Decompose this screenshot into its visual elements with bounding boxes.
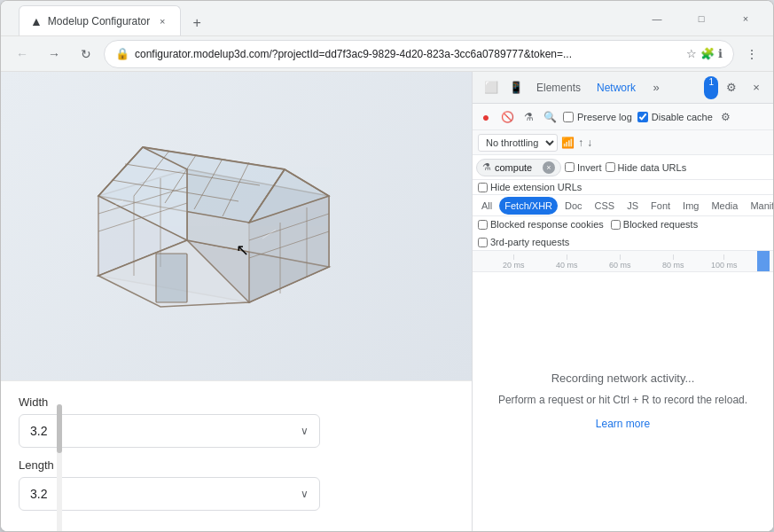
maximize-button[interactable]: □ bbox=[681, 4, 722, 33]
browser-window: ▲ Modelup Configurator × + — □ × ← → ↻ 🔒… bbox=[0, 0, 774, 532]
filter-input[interactable] bbox=[495, 162, 539, 173]
webpage-panel: ↖ Width 3.2 ∨ Length 3.2 ∨ bbox=[1, 72, 472, 531]
address-bar[interactable]: 🔒 configurator.modelup3d.com/?projectId=… bbox=[104, 40, 734, 68]
third-party-requests-checkbox[interactable] bbox=[478, 238, 488, 247]
nav-bar: ← → ↻ 🔒 configurator.modelup3d.com/?proj… bbox=[1, 36, 773, 72]
length-label: Length bbox=[19, 458, 454, 472]
title-bar: ▲ Modelup Configurator × + — □ × bbox=[1, 1, 773, 36]
invert-checkbox-group[interactable]: Invert bbox=[565, 162, 602, 173]
timeline-mark-80: 80 ms bbox=[662, 254, 684, 270]
window-controls: — □ × bbox=[637, 4, 766, 33]
type-img-button[interactable]: Img bbox=[677, 197, 704, 215]
forward-button[interactable]: → bbox=[40, 40, 68, 68]
type-js-button[interactable]: JS bbox=[622, 197, 644, 215]
blocked-response-cookies-checkbox[interactable] bbox=[478, 220, 488, 230]
length-value: 3.2 bbox=[30, 487, 47, 501]
hide-data-urls-label: Hide data URLs bbox=[618, 162, 687, 173]
devtools-close-icon[interactable]: × bbox=[745, 76, 768, 99]
devtools-right-icons: 1 ⚙ × bbox=[704, 76, 768, 99]
disable-cache-label[interactable]: Disable cache bbox=[652, 112, 713, 122]
disable-cache-checkbox[interactable] bbox=[637, 112, 648, 122]
blocked-requests-group[interactable]: Blocked requests bbox=[611, 219, 698, 230]
timeline-mark-100: 100 ms bbox=[711, 254, 738, 270]
extension-icon[interactable]: 🧩 bbox=[700, 47, 715, 60]
devtools-device-icon[interactable]: 📱 bbox=[504, 76, 528, 99]
timeline-ruler: 20 ms 40 ms 60 ms 80 ms 100 ms bbox=[473, 251, 773, 272]
close-button[interactable]: × bbox=[725, 4, 766, 33]
network-clear-button[interactable]: 🚫 bbox=[499, 109, 515, 125]
recording-body-text: Perform a request or hit Ctrl + R to rec… bbox=[498, 394, 747, 406]
network-toolbar: ● 🚫 ⚗ 🔍 Preserve log Disable cache ⚙ bbox=[473, 104, 773, 130]
tab-elements[interactable]: Elements bbox=[529, 76, 588, 99]
network-record-button[interactable]: ● bbox=[478, 109, 494, 125]
reload-button[interactable]: ↻ bbox=[72, 40, 100, 68]
width-value: 3.2 bbox=[30, 424, 47, 438]
main-area: ↖ Width 3.2 ∨ Length 3.2 ∨ bbox=[1, 72, 773, 531]
minimize-button[interactable]: — bbox=[637, 4, 677, 33]
url-text: configurator.modelup3d.com/?projectId=dd… bbox=[135, 48, 681, 60]
filter-input-group[interactable]: ⚗ × bbox=[476, 159, 561, 176]
devtools-panel: ⬜ 📱 Elements Network » 1 ⚙ × ● 🚫 ⚗ 🔍 bbox=[472, 72, 773, 531]
webpage-form: Width 3.2 ∨ Length 3.2 ∨ bbox=[1, 380, 472, 531]
hide-extension-label: Hide extension URLs bbox=[490, 182, 582, 192]
network-content-area: Recording network activity... Perform a … bbox=[473, 272, 773, 531]
more-tabs-icon[interactable]: » bbox=[645, 76, 668, 99]
type-font-button[interactable]: Font bbox=[645, 197, 676, 215]
blocked-response-cookies-group[interactable]: Blocked response cookies bbox=[478, 219, 604, 230]
invert-checkbox[interactable] bbox=[565, 162, 575, 172]
filter-magnifier-icon: ⚗ bbox=[482, 161, 491, 173]
new-tab-button[interactable]: + bbox=[184, 11, 209, 35]
filter-clear-button[interactable]: × bbox=[543, 161, 555, 174]
type-doc-button[interactable]: Doc bbox=[559, 197, 588, 215]
bookmark-icon[interactable]: ☆ bbox=[686, 47, 697, 60]
type-filter-bar: All Fetch/XHR Doc CSS JS Font Img Media … bbox=[473, 195, 773, 216]
blocked-requests-checkbox[interactable] bbox=[611, 220, 621, 230]
hide-extension-bar: Hide extension URLs bbox=[473, 180, 773, 195]
network-settings-icon[interactable]: ⚙ bbox=[718, 109, 734, 125]
info-icon[interactable]: ℹ bbox=[718, 47, 723, 60]
devtools-tab-bar: ⬜ 📱 Elements Network » bbox=[478, 76, 700, 99]
wifi-icon: 📶 bbox=[561, 137, 575, 149]
type-manifest-button[interactable]: Manifest bbox=[745, 197, 773, 215]
back-button[interactable]: ← bbox=[8, 40, 36, 68]
third-party-requests-group[interactable]: 3rd-party requests bbox=[478, 237, 569, 247]
active-tab[interactable]: ▲ Modelup Configurator × bbox=[19, 5, 181, 35]
scrollbar-track[interactable] bbox=[57, 404, 62, 531]
width-select[interactable]: 3.2 ∨ bbox=[19, 414, 320, 448]
preserve-log-label[interactable]: Preserve log bbox=[577, 112, 632, 122]
devtools-inspect-icon[interactable]: ⬜ bbox=[480, 76, 503, 99]
length-chevron-icon: ∨ bbox=[301, 488, 309, 500]
network-filter-icon[interactable]: ⚗ bbox=[520, 109, 536, 125]
network-search-icon[interactable]: 🔍 bbox=[542, 109, 558, 125]
type-all-button[interactable]: All bbox=[476, 197, 497, 215]
devtools-toolbar: ⬜ 📱 Elements Network » 1 ⚙ × bbox=[473, 72, 773, 104]
download-icon: ↓ bbox=[587, 137, 592, 149]
tab-favicon: ▲ bbox=[30, 14, 43, 28]
upload-icon: ↑ bbox=[578, 137, 583, 149]
blocked-response-cookies-label: Blocked response cookies bbox=[490, 219, 604, 230]
type-fetchxhr-button[interactable]: Fetch/XHR bbox=[499, 197, 558, 215]
hide-data-urls-checkbox-group[interactable]: Hide data URLs bbox=[606, 162, 687, 173]
hide-data-urls-checkbox[interactable] bbox=[606, 162, 615, 172]
devtools-settings-icon[interactable]: ⚙ bbox=[720, 76, 743, 99]
type-css-button[interactable]: CSS bbox=[590, 197, 621, 215]
length-select[interactable]: 3.2 ∨ bbox=[19, 477, 320, 511]
width-label: Width bbox=[19, 395, 454, 409]
extensions-button[interactable]: ⋮ bbox=[738, 40, 766, 68]
hide-extension-checkbox-group[interactable]: Hide extension URLs bbox=[478, 182, 768, 192]
filter-bar: ⚗ × Invert Hide data URLs bbox=[473, 155, 773, 180]
learn-more-link[interactable]: Learn more bbox=[596, 418, 650, 430]
timeline-mark-60: 60 ms bbox=[609, 254, 631, 270]
preserve-log-checkbox[interactable] bbox=[563, 112, 574, 122]
tab-network[interactable]: Network bbox=[590, 76, 643, 99]
type-media-button[interactable]: Media bbox=[706, 197, 743, 215]
svg-rect-27 bbox=[156, 254, 187, 302]
third-party-requests-label: 3rd-party requests bbox=[490, 237, 569, 247]
tab-close-button[interactable]: × bbox=[155, 14, 169, 28]
hide-extension-checkbox[interactable] bbox=[478, 183, 488, 192]
throttle-select[interactable]: No throttling bbox=[478, 134, 558, 152]
scrollbar-thumb[interactable] bbox=[57, 404, 62, 453]
length-field: Length 3.2 ∨ bbox=[19, 458, 454, 511]
recording-title: Recording network activity... bbox=[498, 370, 747, 388]
recording-message: Recording network activity... Perform a … bbox=[498, 370, 747, 433]
